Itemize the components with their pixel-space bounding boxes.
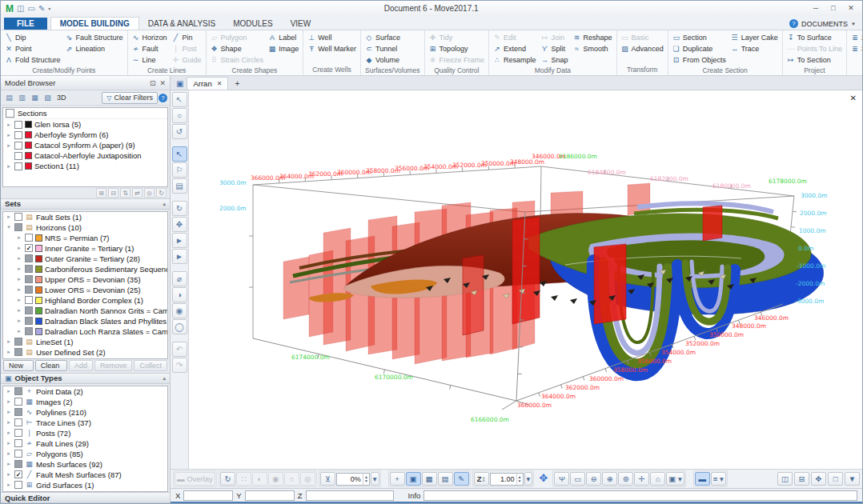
z-exaggeration-value[interactable]: [491, 474, 516, 485]
expand-arrow-icon[interactable]: ▸: [16, 328, 22, 334]
pan-view-button[interactable]: ✥: [172, 217, 187, 232]
expand-arrow-icon[interactable]: ▸: [6, 398, 12, 405]
item-checkbox[interactable]: [25, 296, 33, 304]
expand-arrow-icon[interactable]: ▾: [6, 224, 12, 230]
expand-arrow-icon[interactable]: ▸: [16, 276, 22, 282]
project-view-button[interactable]: ►: [172, 233, 187, 248]
tree-item-carboniferous-sedimentary-sequence-44[interactable]: ▸Carboniferous Sedimentary Sequence (44): [3, 264, 167, 274]
horizon-button[interactable]: ∿Horizon: [130, 32, 169, 43]
ribbon-tab-model-building[interactable]: MODEL BUILDING: [50, 17, 139, 30]
pane-single-button[interactable]: □: [828, 472, 843, 486]
label-button[interactable]: ALabel: [267, 32, 300, 43]
to-section-button[interactable]: ↦To Section: [785, 54, 844, 66]
tree-item-posts-72[interactable]: ▸∣Posts (72): [3, 428, 167, 438]
collect-button[interactable]: Collect: [134, 360, 167, 371]
pick-object-button[interactable]: ►: [172, 249, 187, 264]
tree-layout-4-icon[interactable]: ▧: [42, 92, 54, 103]
home-view-button[interactable]: ⌂: [650, 472, 665, 486]
shape-button[interactable]: ❖Shape: [209, 43, 266, 54]
expand-arrow-icon[interactable]: ▸: [6, 482, 12, 488]
tree-layout-3-icon[interactable]: ▦: [29, 92, 41, 103]
tree-item-grid-surfaces-1[interactable]: ▸⊞Grid Surfaces (1): [3, 480, 167, 490]
expand-arrow-icon[interactable]: ▸: [16, 234, 22, 241]
item-checkbox[interactable]: [14, 398, 22, 406]
item-checkbox[interactable]: [25, 254, 33, 262]
pane-menu-button[interactable]: ▼: [845, 472, 860, 486]
camera-views-button[interactable]: ▣ ▾: [666, 472, 684, 486]
swap-icon[interactable]: ⇄: [132, 188, 142, 198]
tree-item-user-defined-set-2[interactable]: ▸▤User Defined Set (2): [3, 347, 167, 358]
undo-button[interactable]: ↶: [172, 342, 187, 357]
tree-item-fault-sets-1[interactable]: ▸▤Fault Sets (1): [3, 212, 167, 222]
overlay-button[interactable]: ▬ Overlay: [175, 472, 215, 486]
z-exaggeration-button[interactable]: Z↕: [474, 472, 489, 486]
recenter-button[interactable]: ✛: [634, 472, 649, 486]
loop-view-button[interactable]: ◯: [172, 319, 187, 334]
extend-button[interactable]: ↗Extend: [492, 43, 538, 54]
tree-item-horizons-10[interactable]: ▾▤Horizons (10): [3, 222, 167, 233]
expand-arrow-icon[interactable]: ▸: [6, 409, 12, 415]
item-checkbox[interactable]: ✓: [14, 470, 22, 478]
move-up-down-icon[interactable]: ⇅: [120, 188, 130, 198]
item-checkbox[interactable]: [14, 408, 22, 416]
transparency-icon[interactable]: ⊻: [320, 472, 335, 486]
edit-off-button[interactable]: ⌀: [172, 271, 187, 286]
tree-item-section1-11[interactable]: ▸Section1 (11): [3, 161, 167, 171]
tree-layout-1-icon[interactable]: ▤: [3, 92, 15, 103]
tree-item-catacol-synform-a-paper-9[interactable]: ▸Catacol Synform A (paper) (9): [3, 140, 167, 150]
item-checkbox[interactable]: [14, 439, 22, 447]
item-checkbox[interactable]: [14, 387, 22, 395]
pane-expand-button[interactable]: ✥: [811, 472, 826, 486]
line-button[interactable]: ∼Line: [130, 54, 169, 66]
expand-arrow-icon[interactable]: ▸: [16, 297, 22, 303]
window-layout-icon[interactable]: ◫: [17, 4, 24, 14]
tree-item-nrs-permian-7[interactable]: ▸NRS = Permian (7): [3, 233, 167, 243]
tree-item-dalradian-black-slates-and-phyllites-cambrian-38[interactable]: ▸Dalradian Black Slates and Phyllites = …: [3, 316, 167, 326]
tree-item-polygons-85[interactable]: ▸▱Polygons (85): [3, 449, 167, 459]
pane-vertical-split-button[interactable]: ◫: [777, 472, 793, 486]
well-button[interactable]: ⊥Well: [306, 32, 358, 43]
expand-arrow-icon[interactable]: ▸: [6, 450, 12, 457]
select-flag-button[interactable]: ⚐: [172, 162, 187, 178]
item-checkbox[interactable]: [25, 234, 33, 242]
item-checkbox[interactable]: ✓: [25, 244, 33, 252]
tree-item-fault-mesh-surfaces-87[interactable]: ▸✓╱Fault Mesh Surfaces (87): [3, 470, 167, 480]
tunnel-button[interactable]: ⊂Tunnel: [363, 43, 402, 54]
pin-button[interactable]: ╱Pin: [171, 32, 203, 43]
clear-filters-button[interactable]: ▽ Clear Filters: [102, 92, 158, 104]
quick-editor-header[interactable]: Quick Editor: [1, 492, 170, 503]
volume-button[interactable]: ◆Volume: [363, 54, 402, 66]
opacity-dropdown-icon[interactable]: ▾: [371, 472, 379, 486]
expand-arrow-icon[interactable]: ▸: [6, 349, 12, 355]
list-remove-icon[interactable]: ⊟: [108, 188, 118, 198]
tree-item-point-data-2[interactable]: ▸+Point Data (2): [3, 386, 167, 397]
x-coordinate-input[interactable]: [183, 490, 233, 501]
expand-arrow-icon[interactable]: ▸: [6, 142, 12, 149]
item-checkbox[interactable]: [25, 265, 33, 273]
snap-button[interactable]: →Snap: [540, 54, 570, 66]
scale-bar-button[interactable]: ▬: [695, 472, 710, 486]
navigation-pad-icon[interactable]: ✥: [536, 472, 551, 486]
info-input[interactable]: [423, 490, 857, 501]
rotate-view-button[interactable]: ↻: [172, 201, 187, 216]
item-checkbox[interactable]: [14, 418, 22, 426]
3d-depth-conversion-button[interactable]: ≣3D Depth Conversion: [849, 43, 862, 54]
tree-item-images-2[interactable]: ▸▦Images (2): [3, 397, 167, 407]
reshape-button[interactable]: ≋Reshape: [572, 32, 614, 43]
stereonet-display-a-button[interactable]: ◐: [252, 472, 267, 486]
add-button[interactable]: Add: [69, 360, 93, 371]
walk-mode-button[interactable]: Ψ: [554, 472, 569, 486]
z-coordinate-input[interactable]: [306, 490, 394, 501]
zoom-fit-button[interactable]: ⊚: [618, 472, 633, 486]
tree-item-catacol-aberfoyle-juxtaposition[interactable]: Catacol-Aberfoyle Juxtaposition: [3, 150, 167, 161]
select-table-button[interactable]: ▤: [172, 178, 187, 194]
item-checkbox[interactable]: [14, 429, 22, 437]
tree-item-aberfoyle-synform-6[interactable]: ▸Aberfoyle Synform (6): [3, 130, 167, 140]
dip-button[interactable]: ╲Dip: [3, 32, 62, 43]
view-stats-button[interactable]: ▤: [438, 472, 453, 486]
tree-item-outer-granite-tertiary-28[interactable]: ▸Outer Granite = Tertiary (28): [3, 254, 167, 264]
expand-arrow-icon[interactable]: ▸: [6, 122, 12, 128]
close-panel-icon[interactable]: ✕: [159, 79, 166, 87]
resample-button[interactable]: ∴Resample: [492, 54, 538, 66]
zoom-in-button[interactable]: ⊕: [602, 472, 617, 486]
